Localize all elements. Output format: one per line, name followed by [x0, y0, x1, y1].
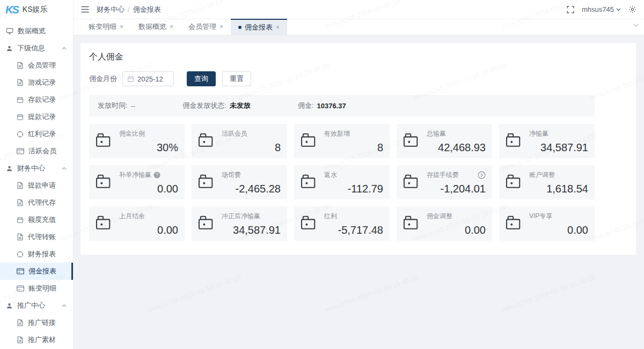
sidebar-item-3[interactable]: 会员管理 — [0, 57, 73, 74]
sidebar-item-label: 推广链接 — [28, 318, 56, 328]
issue-status-value: 未发放 — [230, 101, 251, 110]
chevron-down-icon — [616, 8, 621, 11]
sidebar-item-label: 财务报表 — [28, 249, 56, 259]
card-title: 冲正后净输赢 — [222, 212, 260, 221]
card-value: -112.79 — [324, 183, 383, 195]
close-icon[interactable]: × — [219, 23, 223, 31]
card-title: 净输赢 — [529, 129, 548, 138]
chevron-up-icon — [62, 304, 67, 307]
brand-name: KS娱乐 — [23, 5, 48, 14]
gear-icon[interactable] — [628, 5, 636, 13]
sidebar-item-label: 游戏记录 — [28, 78, 56, 87]
card-value: 1,618.54 — [529, 183, 588, 195]
sidebar-item-label: 推广素材 — [28, 335, 56, 345]
card-title: 返水 — [324, 170, 337, 180]
card-title: 佣金调整 — [427, 212, 452, 221]
stat-card: 佣金调整0.00 — [397, 206, 492, 241]
sidebar-menu: 数据概览下级信息会员管理游戏记录存款记录提款记录红利记录活跃会员财务中心提款申请… — [0, 19, 73, 348]
close-icon[interactable]: × — [170, 23, 173, 31]
sidebar-item-12[interactable]: 额度充值 — [0, 211, 73, 228]
card-value: -5,717.48 — [324, 224, 383, 236]
commission-total-value: 10376.37 — [317, 102, 346, 110]
calendar-icon — [17, 114, 24, 121]
sidebar-item-11[interactable]: 代理代存 — [0, 194, 73, 211]
sidebar-item-14[interactable]: 财务报表 — [0, 246, 73, 263]
top-bar: 财务中心/佣金报表 mhsus745 — [74, 0, 644, 19]
reset-button[interactable]: 重置 — [222, 71, 251, 86]
sidebar-item-label: 提款记录 — [28, 112, 56, 122]
close-icon[interactable]: × — [120, 23, 123, 31]
sidebar-item-8[interactable]: 活跃会员 — [0, 143, 73, 160]
help-icon[interactable]: ? — [153, 172, 160, 179]
sidebar-item-2[interactable]: 下级信息 — [0, 40, 73, 57]
commission-month-input[interactable]: 2025-12 — [122, 71, 174, 86]
sidebar-item-17[interactable]: 推广中心 — [0, 297, 73, 314]
sidebar-item-1[interactable]: 数据概览 — [0, 23, 73, 40]
file-icon — [17, 79, 24, 86]
stat-card: 活跃会员8 — [192, 124, 287, 158]
card-value: 0.00 — [529, 224, 588, 236]
sidebar-item-19[interactable]: 推广素材 — [0, 331, 73, 348]
menu-fold-icon[interactable] — [81, 6, 89, 13]
folder-icon — [96, 215, 113, 230]
stat-card: VIP专享0.00 — [499, 206, 595, 241]
summary-bar: 发放时间: -- 佣金发放状态: 未发放 佣金: 10376.37 — [89, 95, 595, 116]
issue-status: 佣金发放状态: 未发放 — [182, 101, 251, 110]
folder-icon — [198, 132, 215, 147]
sidebar-item-5[interactable]: 存款记录 — [0, 91, 73, 108]
card-value: 0.00 — [119, 224, 178, 236]
card-value: 0.00 — [119, 183, 178, 195]
tab-3[interactable]: 会员管理× — [181, 19, 231, 35]
folder-icon — [301, 132, 318, 147]
sidebar-item-13[interactable]: 代理转账 — [0, 228, 73, 246]
chevron-up-icon — [62, 47, 67, 50]
app-window: KS KS娱乐 数据概览下级信息会员管理游戏记录存款记录提款记录红利记录活跃会员… — [0, 0, 644, 349]
breadcrumb-section[interactable]: 财务中心 — [97, 5, 125, 13]
folder-icon — [301, 174, 318, 189]
tab-1[interactable]: 账变明细× — [81, 19, 131, 35]
search-button[interactable]: 查询 — [187, 71, 216, 86]
tabbar-chevron-down-icon[interactable] — [633, 24, 639, 27]
sidebar-item-4[interactable]: 游戏记录 — [0, 74, 73, 91]
sidebar-item-18[interactable]: 推广链接 — [0, 314, 73, 331]
breadcrumb-page: 佣金报表 — [133, 5, 161, 13]
topbar-actions: mhsus745 — [567, 5, 636, 13]
close-icon[interactable]: × — [276, 24, 280, 31]
calendar-icon — [17, 217, 24, 224]
card-value: -2,465.28 — [222, 183, 281, 195]
folder-icon — [96, 174, 113, 189]
stat-card: 上月结余0.00 — [89, 206, 185, 241]
fullscreen-icon[interactable] — [567, 6, 574, 13]
calendar-icon — [17, 96, 24, 103]
sidebar-item-7[interactable]: 红利记录 — [0, 125, 73, 143]
tab-2[interactable]: 数据概览× — [131, 19, 181, 35]
chevron-right-circle-icon[interactable] — [478, 171, 486, 179]
stat-card: 冲正后净输赢34,587.91 — [192, 206, 287, 241]
team-icon — [6, 45, 13, 52]
sidebar-item-label: 会员管理 — [28, 61, 56, 70]
sidebar-item-9[interactable]: 财务中心 — [0, 160, 73, 177]
card-title: 红利 — [324, 212, 337, 221]
card-title: 活跃会员 — [222, 129, 247, 138]
card-value: 8 — [324, 142, 383, 154]
file-icon — [17, 319, 24, 326]
stat-card: 有效新增8 — [294, 124, 390, 158]
sidebar-item-16[interactable]: 账变明细 — [0, 280, 73, 297]
sidebar-item-6[interactable]: 提款记录 — [0, 108, 73, 125]
sidebar-item-label: 代理转账 — [28, 232, 56, 242]
stat-card: 账户调整1,618.54 — [499, 165, 595, 199]
tab-4[interactable]: 佣金报表× — [231, 19, 287, 35]
month-value: 2025-12 — [137, 75, 163, 83]
card-title: 账户调整 — [529, 170, 555, 180]
sidebar-item-10[interactable]: 提款申请 — [0, 177, 73, 194]
stat-card: 红利-5,717.48 — [294, 206, 390, 241]
issue-time-label: 发放时间: — [98, 101, 128, 110]
month-label: 佣金月份 — [89, 74, 117, 84]
file-icon — [17, 199, 24, 206]
sidebar-item-15[interactable]: 佣金报表 — [0, 263, 73, 280]
file-icon — [17, 182, 24, 189]
tab-label: 会员管理 — [188, 22, 216, 32]
file-icon — [17, 62, 24, 69]
user-menu[interactable]: mhsus745 — [582, 5, 621, 13]
stat-card: 总输赢42,468.93 — [397, 124, 492, 158]
